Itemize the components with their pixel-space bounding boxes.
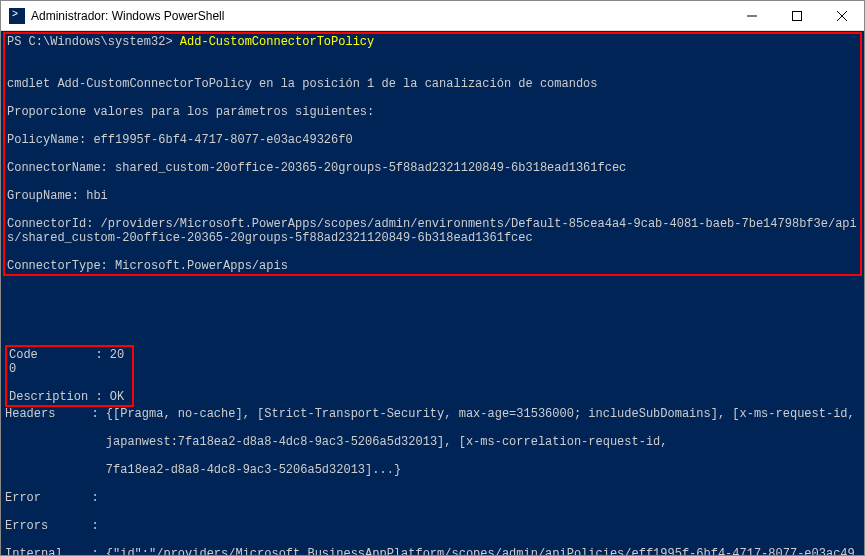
output-line: PolicyName: eff1995f-6bf4-4717-8077-e03a… — [7, 133, 858, 147]
window-title: Administrador: Windows PowerShell — [31, 9, 729, 23]
output-line: Error : — [5, 491, 860, 505]
close-button[interactable] — [819, 1, 864, 30]
maximize-button[interactable] — [774, 1, 819, 30]
output-line — [7, 49, 858, 63]
output-line: japanwest:7fa18ea2-d8a8-4dc8-9ac3-5206a5… — [5, 435, 860, 449]
titlebar: Administrador: Windows PowerShell — [1, 1, 864, 31]
output-line: 7fa18ea2-d8a8-4dc8-9ac3-5206a5d32013]...… — [5, 463, 860, 477]
output-line — [5, 289, 860, 303]
close-icon — [837, 11, 847, 21]
powershell-window: Administrador: Windows PowerShell PS C:\… — [0, 0, 865, 556]
output-line: ConnectorName: shared_custom-20office-20… — [7, 161, 858, 175]
terminal-output[interactable]: PS C:\Windows\system32> Add-CustomConnec… — [1, 31, 864, 555]
powershell-icon — [9, 8, 25, 24]
status-highlight-box: Code : 200 Description : OK — [5, 345, 134, 407]
output-line: cmdlet Add-CustomConnectorToPolicy en la… — [7, 77, 858, 91]
output-line: ConnectorId: /providers/Microsoft.PowerA… — [7, 217, 858, 245]
output-line: Internal : {"id":"/providers/Microsoft.B… — [5, 547, 860, 555]
output-line — [5, 317, 860, 331]
command-highlight-box: PS C:\Windows\system32> Add-CustomConnec… — [3, 32, 862, 276]
minimize-icon — [747, 11, 757, 21]
output-line: ConnectorType: Microsoft.PowerApps/apis — [7, 259, 858, 273]
status-code: Code : 200 — [9, 348, 130, 376]
svg-rect-1 — [792, 11, 801, 20]
maximize-icon — [792, 11, 802, 21]
output-line: Errors : — [5, 519, 860, 533]
prompt-command: Add-CustomConnectorToPolicy — [180, 35, 374, 49]
status-description: Description : OK — [9, 390, 130, 404]
minimize-button[interactable] — [729, 1, 774, 30]
prompt-path: PS C:\Windows\system32> — [7, 35, 180, 49]
window-controls — [729, 1, 864, 30]
output-line: Headers : {[Pragma, no-cache], [Strict-T… — [5, 407, 860, 421]
output-line: GroupName: hbi — [7, 189, 858, 203]
output-line: Proporcione valores para los parámetros … — [7, 105, 858, 119]
